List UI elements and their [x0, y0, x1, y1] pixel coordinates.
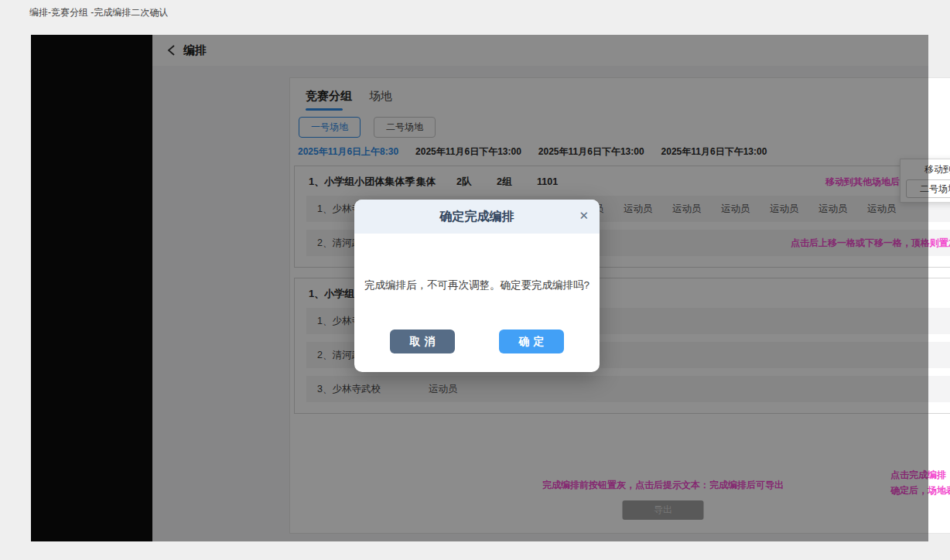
- modal-header: 确定完成编排 ✕: [354, 200, 600, 234]
- modal-message: 完成编排后，不可再次调整。确定要完成编排吗?: [354, 278, 600, 292]
- modal-actions: 取消 确定: [354, 330, 600, 353]
- page-annotation-title: 编排-竞赛分组 -完成编排二次确认: [29, 6, 168, 19]
- close-icon[interactable]: ✕: [579, 210, 589, 221]
- confirm-button[interactable]: 确定: [499, 330, 564, 353]
- modal-title: 确定完成编排: [440, 209, 514, 225]
- confirm-modal: 确定完成编排 ✕ 完成编排后，不可再次调整。确定要完成编排吗? 取消 确定: [354, 200, 600, 372]
- cancel-button[interactable]: 取消: [390, 330, 455, 353]
